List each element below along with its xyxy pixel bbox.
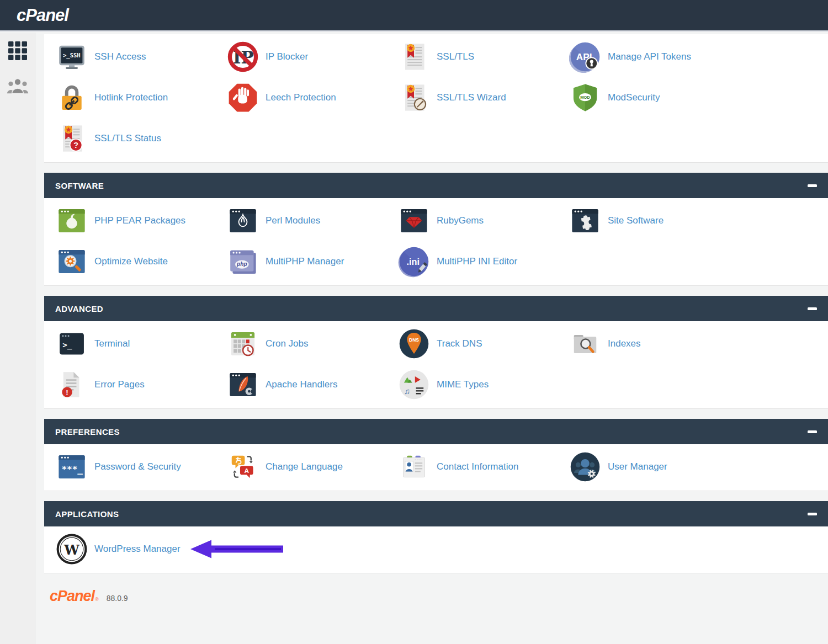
section-advanced: ADVANCED>_TerminalCron JobsDNSTrack DNSI… <box>44 296 828 409</box>
php-pear-icon[interactable] <box>55 204 88 237</box>
api-tokens-icon[interactable]: API <box>569 40 602 73</box>
section-panel: PHP PEAR PackagesPerl ModulesRubyGemsSit… <box>44 198 828 286</box>
app-item-site-software[interactable]: Site Software <box>569 204 740 237</box>
app-item-manage-api-tokens[interactable]: APIManage API Tokens <box>569 40 740 73</box>
apache-handlers-icon[interactable] <box>226 368 259 401</box>
app-item-ssl-tls[interactable]: SSL/TLS <box>397 40 569 73</box>
section-header-preferences: PREFERENCES <box>44 419 828 444</box>
ssl-wizard-icon[interactable] <box>397 81 431 114</box>
ssl-certificate-icon[interactable] <box>397 40 431 73</box>
cpanel-footer-logo: cPanel <box>50 588 94 605</box>
app-item-mime-types[interactable]: ♫MIME Types <box>397 368 569 401</box>
app-item-cron-jobs[interactable]: Cron Jobs <box>226 327 397 360</box>
track-dns-icon[interactable]: DNS <box>397 327 431 360</box>
change-language-icon[interactable]: A <box>226 450 259 483</box>
app-item-label: MultiPHP INI Editor <box>437 256 517 267</box>
svg-text:.ini: .ini <box>406 257 420 267</box>
collapse-section-icon[interactable] <box>808 430 817 433</box>
hotlink-lock-icon[interactable] <box>55 81 88 114</box>
app-item-ssl-tls-status[interactable]: ?SSL/TLS Status <box>55 122 226 155</box>
password-security-icon[interactable]: ***_ <box>55 450 88 483</box>
section-title: SOFTWARE <box>55 181 104 190</box>
cpanel-logo[interactable]: cPanel <box>17 6 68 25</box>
wordpress-icon[interactable]: W <box>55 533 88 566</box>
multiphp-manager-icon[interactable]: php <box>226 245 259 278</box>
app-item-terminal[interactable]: >_Terminal <box>55 327 226 360</box>
app-item-label: Change Language <box>266 461 343 472</box>
svg-text:***_: ***_ <box>61 464 83 475</box>
app-item-ip-blocker[interactable]: IPIP Blocker <box>226 40 397 73</box>
collapse-section-icon[interactable] <box>808 184 817 187</box>
section-header-software: SOFTWARE <box>44 173 828 198</box>
perl-modules-icon[interactable] <box>226 204 259 237</box>
user-manager-icon[interactable] <box>569 450 602 483</box>
app-item-modsecurity[interactable]: MODModSecurity <box>569 81 740 114</box>
app-item-rubygems[interactable]: RubyGems <box>397 204 569 237</box>
svg-text:MOD: MOD <box>580 95 590 100</box>
app-item-label: SSL/TLS <box>437 51 474 62</box>
app-item-label: Manage API Tokens <box>608 51 691 62</box>
version-text: 88.0.9 <box>107 594 128 603</box>
section-title: APPLICATIONS <box>55 509 119 519</box>
svg-text:A: A <box>244 467 249 475</box>
app-item-hotlink-protection[interactable]: Hotlink Protection <box>55 81 226 114</box>
app-item-label: WordPress Manager <box>94 544 181 555</box>
app-item-apache-handlers[interactable]: Apache Handlers <box>226 368 397 401</box>
trademark-symbol: ® <box>95 597 99 602</box>
app-item-indexes[interactable]: Indexes <box>569 327 740 360</box>
collapse-section-icon[interactable] <box>808 513 817 515</box>
app-item-label: Apache Handlers <box>266 379 337 390</box>
app-item-contact-information[interactable]: Contact Information <box>397 450 569 483</box>
app-item-label: User Manager <box>608 461 667 472</box>
svg-text:DNS: DNS <box>409 337 419 343</box>
section-title: PREFERENCES <box>55 427 120 437</box>
section-applications: APPLICATIONSWWordPress Manager <box>44 501 828 573</box>
user-groups-icon[interactable] <box>6 74 29 98</box>
app-item-multiphp-manager[interactable]: phpMultiPHP Manager <box>226 245 397 278</box>
ssl-status-icon[interactable]: ? <box>55 122 88 155</box>
app-item-track-dns[interactable]: DNSTrack DNS <box>397 327 569 360</box>
terminal-icon[interactable]: >_ <box>55 327 88 360</box>
app-item-php-pear-packages[interactable]: PHP PEAR Packages <box>55 204 226 237</box>
app-item-user-manager[interactable]: User Manager <box>569 450 740 483</box>
app-item-label: Terminal <box>94 338 130 349</box>
section-title: ADVANCED <box>55 304 103 313</box>
mime-types-icon[interactable]: ♫ <box>397 368 431 401</box>
apps-grid-icon[interactable] <box>6 39 29 62</box>
site-software-icon[interactable] <box>569 204 602 237</box>
app-item-ssh-access[interactable]: >_SSHSSH Access <box>55 40 226 73</box>
indexes-folder-icon[interactable] <box>569 327 602 360</box>
app-item-password-security[interactable]: ***_Password & Security <box>55 450 226 483</box>
section-panel: >_SSHSSH AccessIPIP BlockerSSL/TLSAPIMan… <box>44 34 828 163</box>
app-item-change-language[interactable]: AChange Language <box>226 450 397 483</box>
app-item-optimize-website[interactable]: Optimize Website <box>55 245 226 278</box>
ip-blocker-icon[interactable]: IP <box>226 40 259 73</box>
contact-information-icon[interactable] <box>397 450 431 483</box>
app-item-label: Contact Information <box>437 461 518 472</box>
rubygems-icon[interactable] <box>397 204 431 237</box>
section-panel: ***_Password & SecurityAChange LanguageC… <box>44 444 828 491</box>
modsecurity-shield-icon[interactable]: MOD <box>569 81 602 114</box>
svg-text:>_SSH: >_SSH <box>63 52 81 59</box>
collapse-section-icon[interactable] <box>808 307 817 310</box>
app-item-label: SSL/TLS Status <box>94 133 161 144</box>
app-item-wordpress-manager[interactable]: WWordPress Manager <box>55 533 226 566</box>
app-item-perl-modules[interactable]: Perl Modules <box>226 204 397 237</box>
optimize-website-icon[interactable] <box>55 245 88 278</box>
footer: cPanel® 88.0.9 <box>50 588 828 605</box>
app-item-multiphp-ini-editor[interactable]: .iniMultiPHP INI Editor <box>397 245 569 278</box>
section-security: >_SSHSSH AccessIPIP BlockerSSL/TLSAPIMan… <box>44 34 828 163</box>
cron-jobs-icon[interactable] <box>226 327 259 360</box>
section-header-applications: APPLICATIONS <box>44 501 828 526</box>
error-pages-icon[interactable]: ! <box>55 368 88 401</box>
app-item-error-pages[interactable]: !Error Pages <box>55 368 226 401</box>
multiphp-ini-editor-icon[interactable]: .ini <box>397 245 431 278</box>
app-item-label: Site Software <box>608 215 664 226</box>
app-item-label: IP Blocker <box>266 51 308 62</box>
leech-stop-hand-icon[interactable] <box>226 81 259 114</box>
ssh-terminal-icon[interactable]: >_SSH <box>55 40 88 73</box>
svg-text:W: W <box>63 542 79 558</box>
app-item-ssl-tls-wizard[interactable]: SSL/TLS Wizard <box>397 81 569 114</box>
app-item-leech-protection[interactable]: Leech Protection <box>226 81 397 114</box>
app-item-label: Track DNS <box>437 338 482 349</box>
